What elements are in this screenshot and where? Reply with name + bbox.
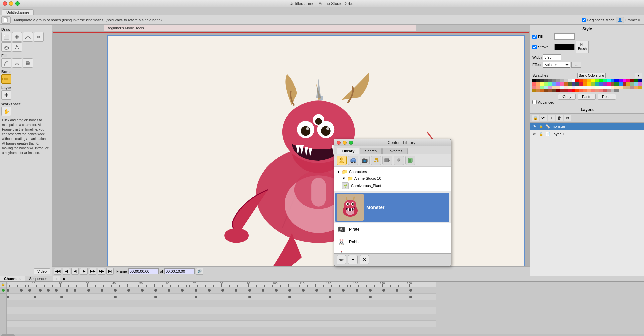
keyframe-dot[interactable] xyxy=(168,289,170,292)
step-back-btn-2[interactable]: ◀ xyxy=(71,268,79,275)
timeline-play-btn[interactable]: ▶ xyxy=(61,276,68,281)
color-swatch[interactable] xyxy=(552,82,556,86)
color-swatch[interactable] xyxy=(575,79,579,82)
keyframe-dot[interactable] xyxy=(329,289,331,292)
file-tab[interactable]: Untitled.anme xyxy=(2,9,34,15)
color-swatch[interactable] xyxy=(575,82,579,86)
layer-vis-btn-all[interactable]: 👁 xyxy=(540,115,547,121)
play-next-btn[interactable]: ▶▶ xyxy=(98,268,105,275)
color-swatch[interactable] xyxy=(572,89,576,92)
color-swatch[interactable] xyxy=(626,82,630,86)
color-swatch[interactable] xyxy=(595,82,599,86)
keyframe-dot[interactable] xyxy=(369,296,372,298)
paste-button[interactable]: Paste xyxy=(578,94,596,100)
layer-dupe-btn[interactable]: ⧉ xyxy=(564,115,571,121)
color-swatch[interactable] xyxy=(568,79,572,82)
layer-add-btn[interactable]: + xyxy=(548,115,555,121)
step-fwd-btn[interactable]: ▶▶ xyxy=(89,268,96,275)
keyframe-dot[interactable] xyxy=(101,289,103,292)
pan-tool[interactable]: ✋ xyxy=(1,107,11,116)
maximize-button[interactable] xyxy=(15,1,20,6)
cl-list-item-robot[interactable]: 🤖 Robot xyxy=(334,248,451,253)
color-swatch[interactable] xyxy=(548,79,552,82)
color-swatch[interactable] xyxy=(611,86,615,89)
color-swatch[interactable] xyxy=(536,89,540,92)
keyframe-dot[interactable] xyxy=(114,296,117,298)
play-btn[interactable]: ▶ xyxy=(80,268,88,275)
layer-transform-tool[interactable]: ✚ xyxy=(1,90,11,100)
timeline-scroll-area[interactable]: 0102030405060708090100110120130140150 xyxy=(7,282,644,334)
keyframe-dot[interactable] xyxy=(154,289,157,292)
color-swatch[interactable] xyxy=(587,82,591,86)
color-swatch[interactable] xyxy=(603,82,607,86)
keyframe-dot[interactable] xyxy=(356,289,358,292)
color-swatch[interactable] xyxy=(630,86,634,89)
cl-edit-btn[interactable]: ✏ xyxy=(337,255,346,264)
color-swatch[interactable] xyxy=(548,89,552,92)
color-swatch[interactable] xyxy=(579,79,583,82)
keyframe-dot[interactable] xyxy=(66,289,68,292)
color-swatch[interactable] xyxy=(556,79,560,82)
width-input[interactable] xyxy=(543,54,561,60)
keyframe-dot[interactable] xyxy=(114,289,117,292)
new-button[interactable] xyxy=(1,16,11,24)
color-swatch[interactable] xyxy=(607,82,611,86)
swatches-name[interactable]: Basic Colors.png xyxy=(577,73,606,78)
cl-maximize-btn[interactable] xyxy=(349,141,353,145)
color-swatch[interactable] xyxy=(623,82,627,86)
color-swatch[interactable] xyxy=(568,89,572,92)
color-swatch[interactable] xyxy=(572,79,576,82)
layer-item-layer1[interactable]: 👁 🔓 📄 Layer 1 xyxy=(530,130,644,138)
color-swatch[interactable] xyxy=(599,86,603,89)
color-swatch[interactable] xyxy=(634,82,638,86)
color-swatch[interactable] xyxy=(595,79,599,82)
color-swatch[interactable] xyxy=(548,82,552,86)
timeline-lock-all[interactable]: 🔒 xyxy=(0,282,6,287)
color-swatch[interactable] xyxy=(614,82,619,86)
cl-camera-icon-btn[interactable] xyxy=(360,156,370,165)
color-swatch[interactable] xyxy=(579,86,583,89)
color-swatch[interactable] xyxy=(591,86,595,89)
keyframe-dot[interactable] xyxy=(342,289,345,292)
user-icon[interactable]: 👤 xyxy=(616,17,624,23)
audio-btn[interactable]: 🔊 xyxy=(196,268,203,275)
color-swatch[interactable] xyxy=(623,86,627,89)
freehand-tool[interactable]: ✏ xyxy=(34,32,44,42)
color-swatch[interactable] xyxy=(630,82,634,86)
step-back-btn[interactable]: ◀ xyxy=(63,268,70,275)
color-swatch[interactable] xyxy=(626,79,630,82)
keyframe-dot[interactable] xyxy=(195,289,197,292)
color-swatch[interactable] xyxy=(536,82,540,86)
fill-checkbox[interactable] xyxy=(532,35,537,39)
keyframe-dot[interactable] xyxy=(315,289,318,292)
keyframe-dot[interactable] xyxy=(28,289,31,292)
cl-props-icon-btn[interactable] xyxy=(405,156,415,165)
effect-options-btn[interactable]: ... xyxy=(571,62,581,68)
color-swatch[interactable] xyxy=(532,89,536,92)
no-brush-button[interactable]: NoBrush xyxy=(576,41,589,53)
curve-tool[interactable] xyxy=(23,32,33,42)
color-swatch[interactable] xyxy=(540,86,544,89)
color-swatch[interactable] xyxy=(564,82,568,86)
color-swatch[interactable] xyxy=(591,79,595,82)
color-swatch[interactable] xyxy=(532,86,536,89)
color-swatch[interactable] xyxy=(630,79,634,82)
color-swatch[interactable] xyxy=(583,86,587,89)
minimize-button[interactable] xyxy=(9,1,13,6)
color-swatch[interactable] xyxy=(579,89,583,92)
play-end-btn[interactable]: ▶| xyxy=(106,268,114,275)
color-swatch[interactable] xyxy=(587,86,591,89)
color-swatch[interactable] xyxy=(591,82,595,86)
stroke-color-swatch[interactable] xyxy=(554,44,575,50)
beginners-mode-checkbox[interactable] xyxy=(582,18,586,22)
color-swatch[interactable] xyxy=(575,89,579,92)
color-swatch[interactable] xyxy=(568,86,572,89)
color-swatch[interactable] xyxy=(607,79,611,82)
layer-delete-btn[interactable]: 🗑 xyxy=(556,115,563,121)
keyframe-dot[interactable] xyxy=(329,296,331,298)
cl-tab-search[interactable]: Search xyxy=(360,148,382,154)
cl-add-btn[interactable]: + xyxy=(348,255,358,264)
color-swatch[interactable] xyxy=(634,86,638,89)
paint-brush-tool[interactable] xyxy=(1,58,11,68)
bone-manipulate-tool[interactable] xyxy=(1,74,11,84)
